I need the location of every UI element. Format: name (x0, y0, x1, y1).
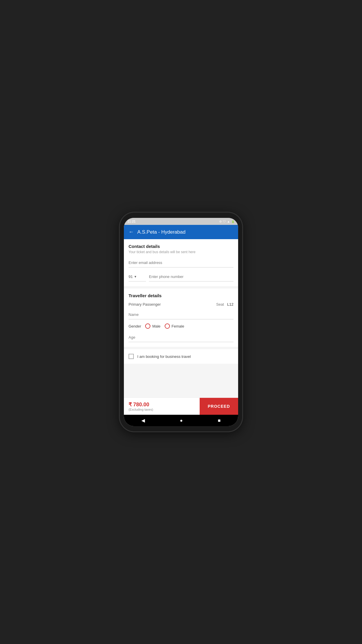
nav-back-icon[interactable]: ◀ (141, 418, 145, 423)
name-input[interactable] (129, 310, 233, 319)
settings-icon: ⚙ (219, 220, 222, 223)
status-time: 11:21 (127, 220, 136, 223)
male-label: Male (152, 324, 160, 328)
age-input[interactable] (129, 333, 233, 342)
seat-label: Seat (216, 302, 224, 307)
phone-input[interactable] (149, 272, 233, 281)
battery-icon: 🔋 (231, 220, 235, 223)
app-bar: ← A.S.Peta - Hyderabad (124, 225, 238, 239)
gender-label: Gender (129, 324, 141, 328)
business-travel-checkbox[interactable] (129, 354, 134, 359)
business-travel-section: I am booking for business travel (124, 349, 238, 364)
dropdown-icon: ▼ (134, 275, 137, 278)
nav-recent-icon[interactable]: ■ (218, 418, 221, 423)
passenger-label: Primary Passenger (129, 302, 161, 307)
male-radio[interactable]: Male (145, 323, 160, 329)
price-value: 780.00 (133, 402, 149, 407)
gender-row: Gender Male Female (129, 323, 233, 329)
shield-icon: 🛡 (223, 220, 226, 223)
bottom-bar: ₹ 780.00 (Excluding taxes) PROCEED (124, 398, 238, 415)
female-radio[interactable]: Female (165, 323, 184, 329)
contact-details-section: Contact details Your ticket and bus deta… (124, 239, 238, 286)
email-input[interactable] (129, 258, 233, 267)
seat-info: Seat L12 (216, 302, 233, 307)
content-area: Contact details Your ticket and bus deta… (124, 239, 238, 398)
back-icon[interactable]: ← (129, 229, 134, 235)
male-radio-circle (145, 323, 150, 329)
seat-number: L12 (227, 302, 233, 307)
phone-screen: 11:21 ⚙ 🛡 ▲ 🔋 ← A.S.Peta - Hyderabad Con… (124, 218, 238, 426)
contact-details-subtitle: Your ticket and bus details will be sent… (129, 250, 233, 254)
app-bar-title: A.S.Peta - Hyderabad (137, 229, 185, 235)
contact-details-title: Contact details (129, 244, 233, 249)
traveller-details-title: Traveller details (129, 293, 233, 298)
country-code-value: 91 (129, 274, 133, 279)
proceed-button[interactable]: PROCEED (200, 398, 238, 415)
business-travel-checkbox-row[interactable]: I am booking for business travel (129, 354, 233, 359)
status-icons: ⚙ 🛡 ▲ 🔋 (219, 220, 235, 223)
phone-row: 91 ▼ (129, 272, 233, 281)
phone-frame: 11:21 ⚙ 🛡 ▲ 🔋 ← A.S.Peta - Hyderabad Con… (120, 213, 242, 431)
nav-bar: ◀ ● ■ (124, 415, 238, 426)
business-travel-label: I am booking for business travel (137, 354, 191, 359)
price-section: ₹ 780.00 (Excluding taxes) (124, 398, 200, 415)
female-label: Female (172, 324, 184, 328)
country-code-selector[interactable]: 91 ▼ (129, 272, 146, 281)
nav-home-icon[interactable]: ● (180, 418, 183, 423)
price-amount: ₹ 780.00 (129, 401, 195, 408)
traveller-details-section: Traveller details Primary Passenger Seat… (124, 288, 238, 347)
female-radio-circle (165, 323, 170, 329)
status-bar: 11:21 ⚙ 🛡 ▲ 🔋 (124, 218, 238, 225)
wifi-icon: ▲ (227, 220, 230, 223)
passenger-row: Primary Passenger Seat L12 (129, 302, 233, 307)
currency-symbol: ₹ (129, 402, 132, 407)
price-tax: (Excluding taxes) (129, 408, 195, 411)
